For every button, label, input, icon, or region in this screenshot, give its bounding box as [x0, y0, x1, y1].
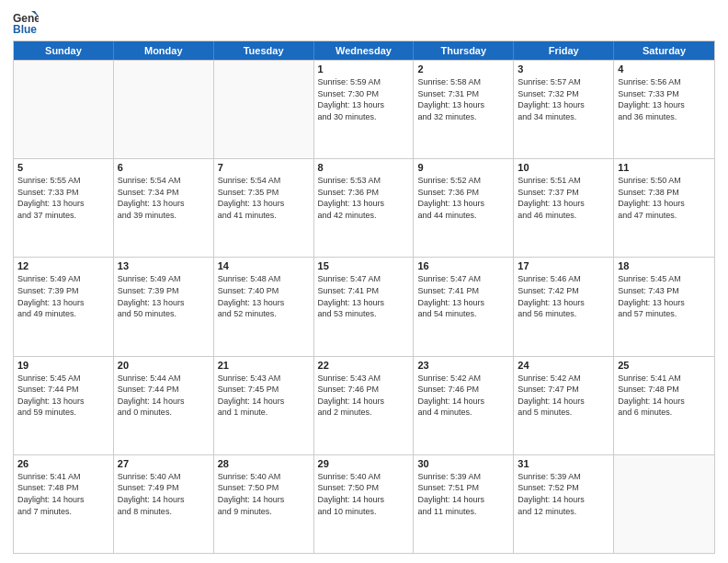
- day-number: 2: [417, 63, 509, 75]
- day-number: 19: [17, 360, 109, 371]
- day-content: Sunrise: 5:49 AM Sunset: 7:39 PM Dayligh…: [17, 273, 109, 319]
- day-content: Sunrise: 5:42 AM Sunset: 7:47 PM Dayligh…: [518, 373, 609, 419]
- day-content: Sunrise: 5:39 AM Sunset: 7:52 PM Dayligh…: [518, 471, 609, 517]
- day-number: 28: [218, 458, 310, 469]
- header-day-sunday: Sunday: [14, 41, 114, 60]
- day-cell-27: 27Sunrise: 5:40 AM Sunset: 7:49 PM Dayli…: [114, 455, 214, 553]
- day-number: 9: [417, 162, 509, 173]
- day-cell-17: 17Sunrise: 5:46 AM Sunset: 7:42 PM Dayli…: [514, 258, 614, 355]
- day-content: Sunrise: 5:57 AM Sunset: 7:32 PM Dayligh…: [518, 76, 609, 122]
- day-content: Sunrise: 5:40 AM Sunset: 7:49 PM Dayligh…: [118, 471, 210, 517]
- empty-cell: [214, 61, 314, 158]
- day-cell-13: 13Sunrise: 5:49 AM Sunset: 7:39 PM Dayli…: [114, 258, 214, 355]
- day-cell-30: 30Sunrise: 5:39 AM Sunset: 7:51 PM Dayli…: [414, 455, 514, 553]
- empty-cell: [14, 61, 114, 158]
- day-content: Sunrise: 5:54 AM Sunset: 7:35 PM Dayligh…: [218, 175, 310, 221]
- day-cell-3: 3Sunrise: 5:57 AM Sunset: 7:32 PM Daylig…: [514, 61, 614, 158]
- day-content: Sunrise: 5:54 AM Sunset: 7:34 PM Dayligh…: [118, 175, 210, 221]
- empty-cell: [614, 455, 714, 553]
- calendar-body: 1Sunrise: 5:59 AM Sunset: 7:30 PM Daylig…: [14, 60, 714, 553]
- day-cell-9: 9Sunrise: 5:52 AM Sunset: 7:36 PM Daylig…: [414, 159, 514, 257]
- day-content: Sunrise: 5:45 AM Sunset: 7:44 PM Dayligh…: [17, 373, 109, 419]
- day-content: Sunrise: 5:40 AM Sunset: 7:50 PM Dayligh…: [318, 471, 410, 517]
- day-cell-21: 21Sunrise: 5:43 AM Sunset: 7:45 PM Dayli…: [214, 357, 314, 454]
- day-content: Sunrise: 5:48 AM Sunset: 7:40 PM Dayligh…: [218, 273, 310, 319]
- day-cell-15: 15Sunrise: 5:47 AM Sunset: 7:41 PM Dayli…: [314, 258, 415, 355]
- day-number: 8: [318, 162, 410, 173]
- day-cell-10: 10Sunrise: 5:51 AM Sunset: 7:37 PM Dayli…: [514, 159, 614, 257]
- header-day-monday: Monday: [114, 41, 214, 60]
- day-number: 27: [118, 458, 210, 469]
- day-content: Sunrise: 5:41 AM Sunset: 7:48 PM Dayligh…: [618, 373, 711, 419]
- day-cell-19: 19Sunrise: 5:45 AM Sunset: 7:44 PM Dayli…: [14, 357, 114, 454]
- day-cell-29: 29Sunrise: 5:40 AM Sunset: 7:50 PM Dayli…: [314, 455, 415, 553]
- day-cell-14: 14Sunrise: 5:48 AM Sunset: 7:40 PM Dayli…: [214, 258, 314, 355]
- day-content: Sunrise: 5:45 AM Sunset: 7:43 PM Dayligh…: [618, 273, 711, 319]
- empty-cell: [114, 61, 214, 158]
- day-number: 7: [218, 162, 310, 173]
- day-cell-8: 8Sunrise: 5:53 AM Sunset: 7:36 PM Daylig…: [314, 159, 415, 257]
- day-cell-23: 23Sunrise: 5:42 AM Sunset: 7:46 PM Dayli…: [414, 357, 514, 454]
- day-number: 3: [518, 63, 609, 75]
- calendar: SundayMondayTuesdayWednesdayThursdayFrid…: [13, 40, 715, 554]
- day-content: Sunrise: 5:41 AM Sunset: 7:48 PM Dayligh…: [17, 471, 109, 517]
- header-day-friday: Friday: [514, 41, 614, 60]
- day-content: Sunrise: 5:59 AM Sunset: 7:30 PM Dayligh…: [318, 76, 410, 122]
- logo-icon: General Blue: [13, 9, 39, 35]
- day-cell-1: 1Sunrise: 5:59 AM Sunset: 7:30 PM Daylig…: [314, 61, 415, 158]
- header-day-thursday: Thursday: [414, 41, 514, 60]
- day-content: Sunrise: 5:55 AM Sunset: 7:33 PM Dayligh…: [17, 175, 109, 221]
- day-number: 18: [618, 260, 711, 271]
- day-cell-28: 28Sunrise: 5:40 AM Sunset: 7:50 PM Dayli…: [214, 455, 314, 553]
- day-number: 26: [17, 458, 109, 469]
- week-row-3: 19Sunrise: 5:45 AM Sunset: 7:44 PM Dayli…: [14, 356, 714, 454]
- day-content: Sunrise: 5:44 AM Sunset: 7:44 PM Dayligh…: [118, 373, 210, 419]
- day-number: 17: [518, 260, 609, 271]
- day-cell-20: 20Sunrise: 5:44 AM Sunset: 7:44 PM Dayli…: [114, 357, 214, 454]
- day-number: 6: [118, 162, 210, 173]
- day-content: Sunrise: 5:47 AM Sunset: 7:41 PM Dayligh…: [318, 273, 410, 319]
- day-cell-16: 16Sunrise: 5:47 AM Sunset: 7:41 PM Dayli…: [414, 258, 514, 355]
- day-cell-7: 7Sunrise: 5:54 AM Sunset: 7:35 PM Daylig…: [214, 159, 314, 257]
- day-content: Sunrise: 5:53 AM Sunset: 7:36 PM Dayligh…: [318, 175, 410, 221]
- day-number: 24: [518, 360, 609, 371]
- day-cell-5: 5Sunrise: 5:55 AM Sunset: 7:33 PM Daylig…: [14, 159, 114, 257]
- day-cell-26: 26Sunrise: 5:41 AM Sunset: 7:48 PM Dayli…: [14, 455, 114, 553]
- day-number: 13: [118, 260, 210, 271]
- day-content: Sunrise: 5:46 AM Sunset: 7:42 PM Dayligh…: [518, 273, 609, 319]
- day-content: Sunrise: 5:39 AM Sunset: 7:51 PM Dayligh…: [417, 471, 509, 517]
- calendar-header: SundayMondayTuesdayWednesdayThursdayFrid…: [14, 41, 714, 60]
- day-number: 11: [618, 162, 711, 173]
- page: General Blue SundayMondayTuesdayWednesda…: [0, 0, 728, 563]
- day-cell-6: 6Sunrise: 5:54 AM Sunset: 7:34 PM Daylig…: [114, 159, 214, 257]
- day-number: 23: [417, 360, 509, 371]
- day-content: Sunrise: 5:43 AM Sunset: 7:45 PM Dayligh…: [218, 373, 310, 419]
- day-number: 25: [618, 360, 711, 371]
- header: General Blue: [13, 9, 715, 35]
- day-cell-25: 25Sunrise: 5:41 AM Sunset: 7:48 PM Dayli…: [614, 357, 714, 454]
- day-number: 30: [417, 458, 509, 469]
- svg-text:Blue: Blue: [13, 23, 37, 35]
- day-content: Sunrise: 5:49 AM Sunset: 7:39 PM Dayligh…: [118, 273, 210, 319]
- day-number: 22: [318, 360, 410, 371]
- day-cell-18: 18Sunrise: 5:45 AM Sunset: 7:43 PM Dayli…: [614, 258, 714, 355]
- week-row-1: 5Sunrise: 5:55 AM Sunset: 7:33 PM Daylig…: [14, 158, 714, 257]
- day-cell-4: 4Sunrise: 5:56 AM Sunset: 7:33 PM Daylig…: [614, 61, 714, 158]
- day-cell-24: 24Sunrise: 5:42 AM Sunset: 7:47 PM Dayli…: [514, 357, 614, 454]
- day-cell-11: 11Sunrise: 5:50 AM Sunset: 7:38 PM Dayli…: [614, 159, 714, 257]
- day-number: 1: [318, 63, 410, 75]
- day-cell-2: 2Sunrise: 5:58 AM Sunset: 7:31 PM Daylig…: [414, 61, 514, 158]
- header-day-saturday: Saturday: [614, 41, 714, 60]
- day-number: 14: [218, 260, 310, 271]
- week-row-2: 12Sunrise: 5:49 AM Sunset: 7:39 PM Dayli…: [14, 257, 714, 355]
- day-content: Sunrise: 5:51 AM Sunset: 7:37 PM Dayligh…: [518, 175, 609, 221]
- day-content: Sunrise: 5:40 AM Sunset: 7:50 PM Dayligh…: [218, 471, 310, 517]
- day-content: Sunrise: 5:47 AM Sunset: 7:41 PM Dayligh…: [417, 273, 509, 319]
- day-cell-12: 12Sunrise: 5:49 AM Sunset: 7:39 PM Dayli…: [14, 258, 114, 355]
- day-content: Sunrise: 5:58 AM Sunset: 7:31 PM Dayligh…: [417, 76, 509, 122]
- day-number: 4: [618, 63, 711, 75]
- day-content: Sunrise: 5:52 AM Sunset: 7:36 PM Dayligh…: [417, 175, 509, 221]
- header-day-wednesday: Wednesday: [314, 41, 415, 60]
- day-content: Sunrise: 5:42 AM Sunset: 7:46 PM Dayligh…: [417, 373, 509, 419]
- week-row-0: 1Sunrise: 5:59 AM Sunset: 7:30 PM Daylig…: [14, 60, 714, 158]
